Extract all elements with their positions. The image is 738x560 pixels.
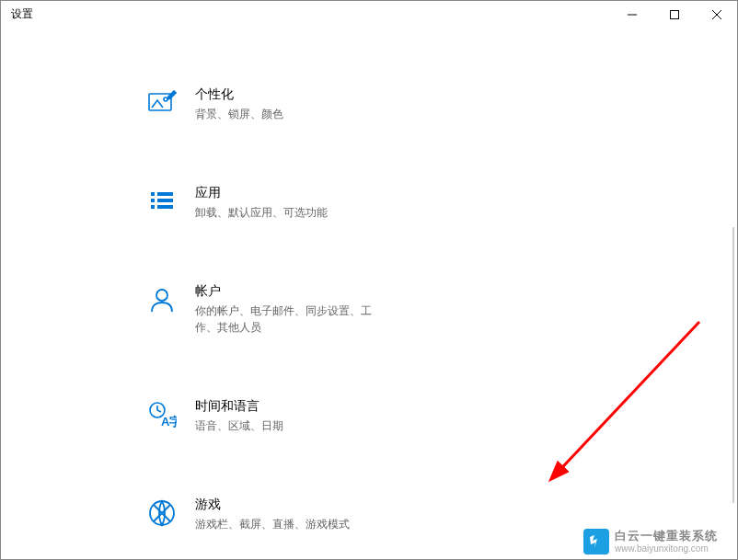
setting-apps[interactable]: 应用 卸载、默认应用、可选功能 bbox=[145, 185, 385, 221]
watermark-logo-icon bbox=[583, 529, 609, 554]
setting-text: 时间和语言 语音、区域、日期 bbox=[195, 398, 385, 434]
personalization-icon bbox=[145, 86, 179, 120]
svg-rect-8 bbox=[151, 199, 155, 202]
minimize-button[interactable] bbox=[611, 0, 653, 29]
setting-desc: 你的帐户、电子邮件、同步设置、工作、其他人员 bbox=[195, 303, 385, 336]
setting-desc: 游戏栏、截屏、直播、游戏模式 bbox=[195, 516, 385, 532]
setting-desc: 背景、锁屏、颜色 bbox=[195, 106, 385, 122]
gaming-icon bbox=[145, 497, 179, 530]
window-controls bbox=[611, 0, 738, 29]
watermark-text: 白云一键重装系统 www.baiyunxitong.com bbox=[615, 530, 718, 553]
watermark: 白云一键重装系统 www.baiyunxitong.com bbox=[583, 529, 718, 554]
setting-text: 游戏 游戏栏、截屏、直播、游戏模式 bbox=[195, 497, 385, 532]
setting-text: 帐户 你的帐户、电子邮件、同步设置、工作、其他人员 bbox=[195, 283, 385, 336]
setting-accounts[interactable]: 帐户 你的帐户、电子邮件、同步设置、工作、其他人员 bbox=[145, 283, 385, 336]
setting-title: 帐户 bbox=[195, 283, 385, 300]
svg-rect-7 bbox=[157, 192, 173, 196]
setting-title: 应用 bbox=[195, 185, 385, 201]
settings-grid: 个性化 背景、锁屏、颜色 应用 卸载、默认应用、可选功能 bbox=[0, 29, 589, 560]
setting-personalization[interactable]: 个性化 背景、锁屏、颜色 bbox=[145, 86, 385, 122]
setting-time-language[interactable]: A字 时间和语言 语音、区域、日期 bbox=[145, 398, 385, 434]
watermark-title: 白云一键重装系统 bbox=[615, 530, 718, 543]
svg-rect-11 bbox=[157, 205, 173, 209]
setting-text: 应用 卸载、默认应用、可选功能 bbox=[195, 185, 385, 221]
svg-text:A字: A字 bbox=[161, 415, 177, 429]
watermark-url: www.baiyunxitong.com bbox=[615, 543, 718, 554]
scrollbar-thumb[interactable] bbox=[732, 227, 734, 503]
setting-desc: 卸载、默认应用、可选功能 bbox=[195, 204, 385, 221]
svg-rect-9 bbox=[157, 199, 173, 202]
setting-text: 个性化 背景、锁屏、颜色 bbox=[195, 86, 385, 122]
svg-rect-10 bbox=[151, 205, 155, 209]
close-button[interactable] bbox=[696, 0, 738, 29]
window-title: 设置 bbox=[11, 6, 33, 22]
svg-rect-1 bbox=[671, 11, 679, 19]
maximize-button[interactable] bbox=[653, 0, 696, 29]
setting-title: 时间和语言 bbox=[195, 398, 385, 415]
apps-icon bbox=[145, 185, 179, 218]
setting-title: 个性化 bbox=[195, 86, 385, 103]
setting-gaming[interactable]: 游戏 游戏栏、截屏、直播、游戏模式 bbox=[145, 497, 385, 532]
setting-title: 游戏 bbox=[195, 497, 385, 513]
time-language-icon: A字 bbox=[145, 398, 179, 431]
scrollbar[interactable] bbox=[727, 66, 736, 560]
content-area: 个性化 背景、锁屏、颜色 应用 卸载、默认应用、可选功能 bbox=[0, 29, 738, 560]
accounts-icon bbox=[145, 283, 179, 316]
setting-desc: 语音、区域、日期 bbox=[195, 417, 385, 434]
svg-point-12 bbox=[156, 290, 167, 301]
svg-rect-6 bbox=[151, 192, 155, 196]
